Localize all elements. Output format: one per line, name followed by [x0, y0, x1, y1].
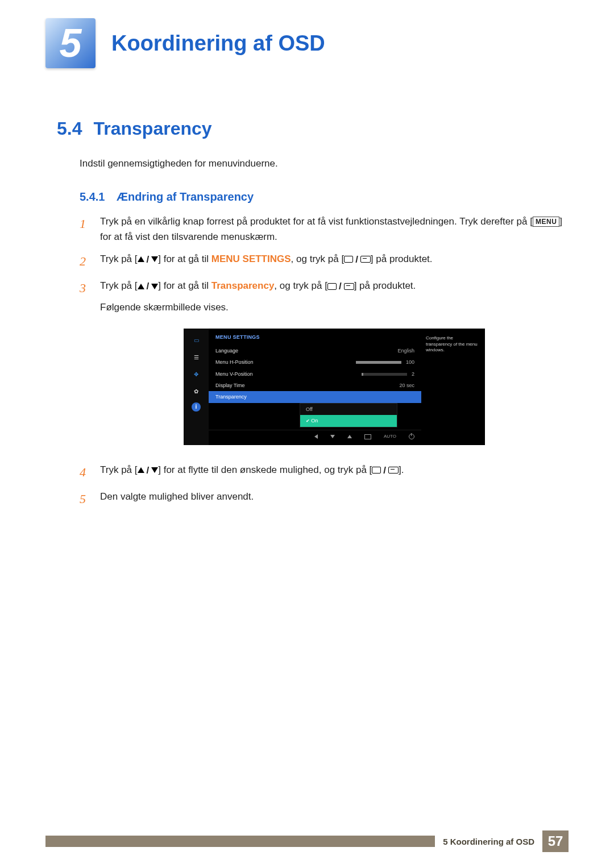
osd-hint: Configure the transparency of the menu w… [421, 329, 485, 445]
option-on: On [300, 415, 397, 427]
menu-key-icon: MENU [533, 217, 559, 227]
select-icon [344, 256, 353, 263]
step-2: 2 Tryk på [/] for at gå til MENU SETTING… [80, 251, 569, 271]
subsection-title: Ændring af Transparency [117, 190, 254, 203]
slider-icon [362, 373, 407, 376]
slider-icon [356, 361, 401, 364]
menu-settings-label: MENU SETTINGS [211, 254, 291, 264]
osd-main-panel: MENU SETTINGS LanguageEnglish Menu H-Pos… [209, 329, 421, 445]
position-icon: ✥ [188, 368, 204, 381]
manual-page: 5 Koordinering af OSD 5.4 Transparency I… [0, 0, 614, 868]
osd-screenshot: ▭ ☰ ✥ ✿ i MENU SETTINGS LanguageEnglish … [184, 329, 485, 445]
osd-row-language: LanguageEnglish [209, 345, 421, 356]
triangle-up-icon [138, 284, 144, 289]
return-icon [388, 467, 399, 474]
return-icon [344, 283, 354, 290]
section-header: 5.4 Transparency [57, 118, 569, 139]
step-text: Tryk på [/] for at gå til Transparency, … [100, 278, 569, 455]
footer-page-number: 57 [542, 830, 569, 852]
transparency-label: Transparency [211, 280, 275, 291]
chapter-header: 5 Koordinering af OSD [45, 18, 569, 68]
return-icon [360, 256, 371, 263]
osd-row-displaytime: Display Time20 sec [209, 380, 421, 391]
chapter-number-badge: 5 [45, 18, 96, 68]
step-number: 1 [80, 214, 90, 244]
following-note: Følgende skærmbillede vises. [100, 300, 569, 315]
step-text: Tryk på [/] for at gå til MENU SETTINGS,… [100, 251, 569, 271]
section-intro: Indstil gennemsigtigheden for menuvindue… [80, 156, 569, 171]
step-text: Tryk på en vilkårlig knap forrest på pro… [100, 214, 569, 244]
step-4: 4 Tryk på [/] for at flytte til den ønsk… [80, 462, 569, 482]
osd-footer: AUTO [209, 430, 421, 445]
osd-dropdown: Off On [300, 403, 397, 427]
triangle-down-icon [151, 256, 158, 262]
step-number: 5 [80, 489, 90, 509]
osd-nav-icons: ▭ ☰ ✥ ✿ i [184, 329, 209, 445]
triangle-up-icon [138, 256, 144, 262]
select-icon [372, 467, 381, 474]
nav-down-icon [330, 433, 335, 441]
step-text: Den valgte mulighed bliver anvendt. [100, 489, 569, 509]
chapter-title: Koordinering af OSD [111, 31, 325, 56]
nav-auto: AUTO [384, 433, 396, 441]
select-return-icon: / [327, 279, 354, 294]
nav-left-icon [314, 433, 318, 441]
procedure-steps: 1 Tryk på en vilkårlig knap forrest på p… [80, 214, 569, 509]
step-5: 5 Den valgte mulighed bliver anvendt. [80, 489, 569, 509]
step-number: 4 [80, 462, 90, 482]
option-off: Off [300, 404, 397, 415]
nav-enter-icon [364, 433, 371, 441]
up-down-icon: / [138, 279, 159, 294]
chapter-number: 5 [60, 20, 82, 66]
nav-up-icon [347, 433, 352, 441]
triangle-up-icon [138, 467, 144, 473]
step-text: Tryk på [/] for at flytte til den ønsked… [100, 462, 569, 482]
info-icon: i [192, 402, 201, 412]
footer-bar [45, 836, 435, 847]
select-return-icon: / [372, 463, 399, 478]
up-down-icon: / [138, 463, 159, 478]
step-number: 2 [80, 251, 90, 271]
osd-title: MENU SETTINGS [209, 333, 421, 344]
footer-label: 5 Koordinering af OSD [435, 837, 542, 846]
osd-row-vpos: Menu V-Position2 [209, 368, 421, 380]
page-footer: 5 Koordinering af OSD 57 [45, 830, 569, 852]
subsection-header: 5.4.1 Ændring af Transparency [80, 190, 569, 203]
osd-row-transparency: Transparency [209, 391, 421, 402]
osd-row-hpos: Menu H-Position100 [209, 356, 421, 368]
gear-icon: ✿ [188, 385, 204, 398]
select-icon [327, 283, 337, 290]
monitor-icon: ▭ [188, 334, 204, 347]
select-return-icon: / [344, 252, 371, 267]
subsection-number: 5.4.1 [80, 190, 105, 203]
up-down-icon: / [138, 252, 159, 267]
section-title: Transparency [93, 118, 211, 139]
section-number: 5.4 [57, 118, 91, 139]
triangle-down-icon [151, 284, 158, 289]
step-number: 3 [80, 278, 90, 455]
nav-power-icon [409, 433, 414, 441]
list-icon: ☰ [188, 351, 204, 364]
step-3: 3 Tryk på [/] for at gå til Transparency… [80, 278, 569, 455]
triangle-down-icon [151, 467, 158, 473]
step-1: 1 Tryk på en vilkårlig knap forrest på p… [80, 214, 569, 244]
